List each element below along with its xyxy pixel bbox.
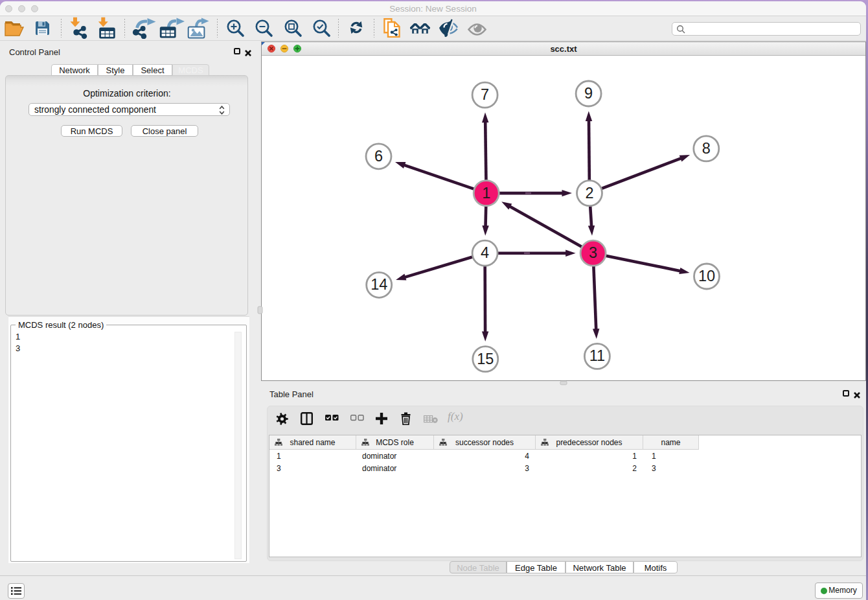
svg-text:4: 4	[481, 244, 489, 261]
svg-text:15: 15	[477, 351, 494, 367]
svg-text:6: 6	[374, 148, 383, 165]
svg-text:2: 2	[585, 185, 593, 202]
svg-text:10: 10	[698, 268, 715, 284]
svg-text:1: 1	[482, 185, 490, 202]
svg-text:14: 14	[371, 276, 387, 293]
svg-text:11: 11	[589, 347, 605, 364]
svg-text:3: 3	[589, 244, 597, 261]
svg-text:8: 8	[702, 140, 711, 157]
svg-text:9: 9	[584, 85, 593, 102]
svg-text:7: 7	[481, 86, 489, 103]
